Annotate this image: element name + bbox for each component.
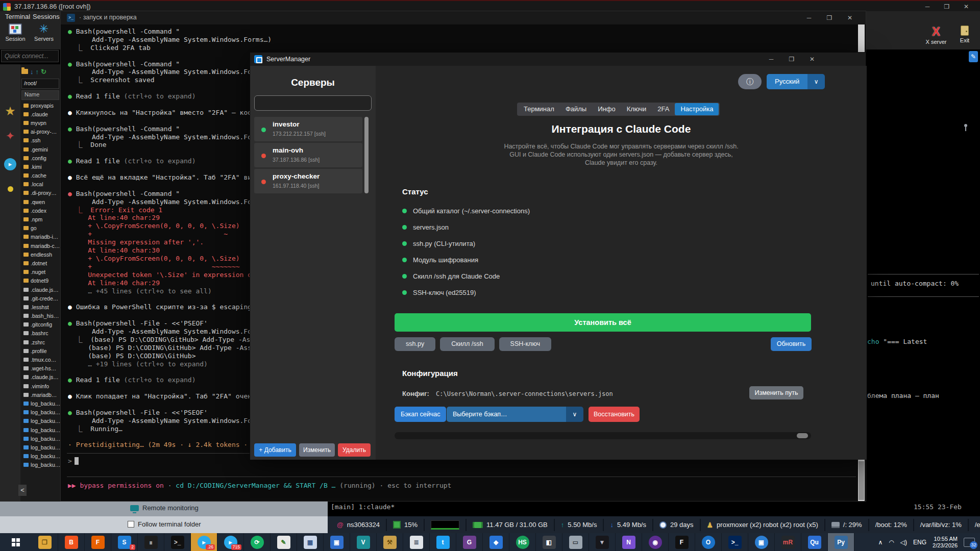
taskbar-utility[interactable]: ◧ <box>536 533 562 551</box>
refresh-button[interactable]: Обновить <box>771 337 812 351</box>
file-item[interactable]: .zshrc <box>20 338 60 346</box>
quick-connect-input[interactable] <box>1 50 59 62</box>
file-item[interactable]: .bashrc <box>20 329 60 338</box>
current-path-field[interactable]: /root/ <box>21 79 59 89</box>
taskbar-figma[interactable]: F <box>669 533 695 551</box>
file-item[interactable]: .lesshst <box>20 303 60 311</box>
language-indicator[interactable]: ENG <box>913 539 926 546</box>
file-item[interactable]: mariadb-c… <box>20 241 60 250</box>
server-card-proxy-checker[interactable]: proxy-checker161.97.118.40 [ssh] <box>254 169 362 193</box>
file-item[interactable]: ai-proxy-… <box>20 128 60 136</box>
file-item[interactable]: mariadb-i… <box>20 233 60 241</box>
sm-maximize-button[interactable]: ❒ <box>782 55 801 64</box>
file-item[interactable]: .git-crede… <box>20 294 60 303</box>
edit-pencil-icon[interactable]: ✎ <box>969 51 978 62</box>
file-item[interactable]: log_backu… <box>20 443 60 452</box>
files-column-header[interactable]: Name <box>21 90 59 100</box>
info-button[interactable]: ⓘ <box>738 74 762 89</box>
taskbar-app-window[interactable]: ▣ <box>324 533 350 551</box>
close-button[interactable]: ✕ <box>957 2 976 11</box>
server-card-main-ovh[interactable]: main-ovh37.187.136.86 [ssh] <box>254 143 362 167</box>
file-item[interactable]: .config <box>20 154 60 162</box>
taskbar-remote-desktop[interactable]: ▣ <box>748 533 775 551</box>
change-path-button[interactable]: Изменить путь <box>749 386 803 399</box>
telegram-plane-icon[interactable]: ▸ <box>0 158 20 170</box>
remote-monitoring-label[interactable]: Remote monitoring <box>142 504 199 512</box>
taskbar-messenger[interactable]: S2 <box>111 533 138 551</box>
file-item[interactable]: log_backu… <box>20 399 60 408</box>
taskbar-notion[interactable]: N <box>616 533 642 551</box>
taskbar-sync[interactable]: ⟳ <box>244 533 271 551</box>
taskbar-file-explorer[interactable]: ❐ <box>32 533 58 551</box>
taskbar-monitor-app[interactable]: ▭ <box>562 533 589 551</box>
servers-button[interactable]: ✳ Servers <box>31 23 57 42</box>
horizontal-scrollbar[interactable] <box>395 432 811 439</box>
sm-close-button[interactable]: ✕ <box>802 55 822 64</box>
file-item[interactable]: .codex <box>20 206 60 215</box>
file-item[interactable]: .di-proxy… <box>20 189 60 197</box>
file-item[interactable]: .mariadb… <box>20 390 60 399</box>
file-item[interactable]: .qwen <box>20 197 60 206</box>
file-item[interactable]: log_backu… <box>20 425 60 434</box>
taskbar-mremote[interactable]: mR <box>775 533 801 551</box>
tab-Файлы[interactable]: Файлы <box>560 103 592 115</box>
follow-terminal-checkbox[interactable] <box>128 521 134 528</box>
file-item[interactable]: .tmux.co… <box>20 355 60 364</box>
folder-up-icon[interactable] <box>21 69 28 74</box>
exit-button[interactable]: Exit <box>950 26 979 43</box>
file-item[interactable]: dotnet9 <box>20 277 60 285</box>
taskbar-lock-app[interactable]: V <box>350 533 377 551</box>
file-item[interactable]: .cache <box>20 171 60 180</box>
tab-Терминал[interactable]: Терминал <box>518 103 560 115</box>
file-item[interactable]: .nuget <box>20 268 60 277</box>
taskbar-bird-app[interactable]: t <box>430 533 456 551</box>
taskbar-hs-app[interactable]: HS <box>509 533 536 551</box>
file-item[interactable]: go <box>20 224 60 233</box>
install-part-button[interactable]: SSH-ключ <box>499 337 551 351</box>
maximize-button[interactable]: ❒ <box>937 2 957 11</box>
file-item[interactable]: .local <box>20 180 60 189</box>
scrollbar-thumb[interactable] <box>859 461 864 500</box>
install-part-button[interactable]: Скилл /ssh <box>440 337 494 351</box>
file-item[interactable]: log_backu… <box>20 408 60 417</box>
favorites-star-icon[interactable]: ★ <box>0 104 20 118</box>
taskbar-quick-utmo[interactable]: Qu <box>801 533 828 551</box>
taskbar-notes[interactable]: ✎ <box>271 533 297 551</box>
backup-select[interactable]: Выберите бэкап… ∨ <box>447 407 583 422</box>
download-icon[interactable]: ↓ <box>30 68 34 76</box>
session-button[interactable]: Session <box>2 23 29 42</box>
refresh-icon[interactable]: ↻ <box>41 68 46 76</box>
taskbar-opera[interactable]: O <box>695 533 722 551</box>
minimize-button[interactable]: ─ <box>918 2 937 11</box>
tab-Ключи[interactable]: Ключи <box>621 103 652 115</box>
start-button[interactable] <box>0 533 32 551</box>
server-search-input[interactable] <box>254 95 372 111</box>
restore-button[interactable]: Восстановить <box>589 407 640 422</box>
taskbar-telegram[interactable]: ▸715 <box>217 533 244 551</box>
file-item[interactable]: proxyapis <box>20 101 60 110</box>
scrollbar-thumb[interactable] <box>797 433 808 438</box>
file-item[interactable]: .gemini <box>20 145 60 154</box>
tray-chevron-icon[interactable]: ∧ <box>878 539 883 546</box>
server-list-scrollbar[interactable] <box>364 117 369 193</box>
file-item[interactable]: .viminfo <box>20 382 60 390</box>
file-item[interactable]: log_backu… <box>20 417 60 425</box>
wifi-icon[interactable]: ◠ <box>889 539 894 546</box>
file-item[interactable]: .profile <box>20 346 60 355</box>
delete-server-button[interactable]: Удалить <box>338 443 371 457</box>
backup-now-button[interactable]: Бэкап сейчас <box>395 407 446 422</box>
tab-2FA[interactable]: 2FA <box>652 103 675 115</box>
taskbar-gimp[interactable]: G <box>456 533 483 551</box>
x-server-button[interactable]: X X server <box>922 26 950 45</box>
tray-clock[interactable]: 10:55 AM 2/23/2026 <box>933 536 958 549</box>
terminal-tab-title[interactable]: · запуск и проверка <box>79 14 137 21</box>
menu-terminal[interactable]: Terminal <box>5 13 30 20</box>
file-item[interactable]: .ssh <box>20 136 60 145</box>
taskbar-photos[interactable]: ◆ <box>483 533 509 551</box>
taskbar-cmd[interactable]: >_ <box>164 533 191 551</box>
add-server-button[interactable]: + Добавить <box>254 443 296 457</box>
file-item[interactable]: .gitconfig <box>20 320 60 329</box>
file-item[interactable]: .kimi <box>20 162 60 171</box>
file-item[interactable]: log_backu… <box>20 461 60 469</box>
taskbar-firefox[interactable]: F <box>85 533 111 551</box>
